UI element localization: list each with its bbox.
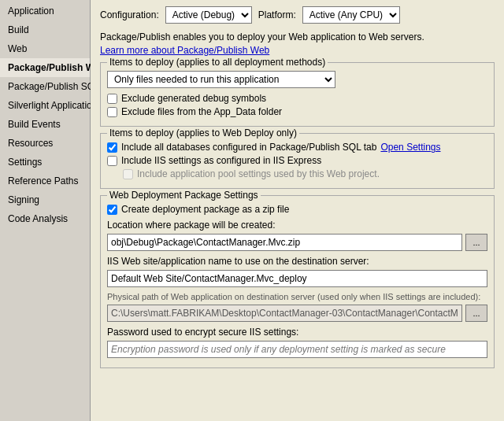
exclude-debug-row: Exclude generated debug symbols bbox=[107, 93, 487, 104]
package-publish-link[interactable]: Learn more about Package/Publish Web bbox=[100, 45, 269, 56]
top-bar: Configuration: Active (Debug)DebugReleas… bbox=[100, 6, 495, 24]
sidebar-item-web[interactable]: Web bbox=[0, 39, 90, 58]
package-settings-group: Web Deployment Package Settings Create d… bbox=[100, 195, 495, 368]
sidebar-item-resources[interactable]: Resources bbox=[0, 134, 90, 153]
include-databases-checkbox[interactable] bbox=[107, 142, 117, 153]
physical-browse-button[interactable]: ... bbox=[465, 305, 487, 322]
exclude-appdata-row: Exclude files from the App_Data folder bbox=[107, 106, 487, 117]
create-zip-label: Create deployment package as a zip file bbox=[121, 204, 289, 215]
package-settings-title: Web Deployment Package Settings bbox=[107, 190, 261, 201]
include-databases-row: Include all databases configured in Pack… bbox=[107, 142, 487, 153]
sidebar-item-silverlight-applications[interactable]: Silverlight Applications bbox=[0, 96, 90, 115]
sidebar-item-build-events[interactable]: Build Events bbox=[0, 115, 90, 134]
sidebar-item-signing[interactable]: Signing bbox=[0, 190, 90, 209]
deploy-files-select[interactable]: Only files needed to run this applicatio… bbox=[107, 71, 335, 88]
site-input-row bbox=[107, 270, 487, 287]
info-description: Package/Publish enables you to deploy yo… bbox=[100, 31, 495, 42]
physical-input[interactable] bbox=[107, 305, 462, 322]
sidebar-item-package-publish-web[interactable]: Package/Publish Web bbox=[0, 58, 90, 77]
include-apppool-checkbox[interactable] bbox=[123, 169, 133, 179]
include-iis-label: Include IIS settings as configured in II… bbox=[121, 155, 321, 166]
password-input[interactable] bbox=[107, 341, 487, 358]
include-apppool-row: Include application pool settings used b… bbox=[107, 168, 487, 179]
sidebar-item-application[interactable]: Application bbox=[0, 2, 90, 20]
include-databases-label: Include all databases configured in Pack… bbox=[121, 142, 376, 153]
sidebar: ApplicationBuildWebPackage/Publish WebPa… bbox=[0, 0, 91, 421]
sidebar-item-code-analysis[interactable]: Code Analysis bbox=[0, 209, 90, 228]
password-input-row bbox=[107, 341, 487, 358]
exclude-appdata-label: Exclude files from the App_Data folder bbox=[121, 106, 282, 117]
sidebar-item-build[interactable]: Build bbox=[0, 20, 90, 39]
open-settings-link[interactable]: Open Settings bbox=[380, 142, 440, 153]
deploy-methods-group: Items to deploy (applies to all deployme… bbox=[100, 62, 495, 127]
configuration-label: Configuration: bbox=[100, 9, 159, 20]
password-label: Password used to encrypt secure IIS sett… bbox=[107, 327, 487, 338]
physical-label: Physical path of Web application on dest… bbox=[107, 292, 487, 301]
exclude-debug-checkbox[interactable] bbox=[107, 94, 117, 104]
info-link-row: Learn more about Package/Publish Web bbox=[100, 45, 495, 56]
location-input[interactable] bbox=[107, 234, 462, 251]
physical-input-row: ... bbox=[107, 305, 487, 322]
sidebar-item-settings[interactable]: Settings bbox=[0, 153, 90, 172]
content-area: Configuration: Active (Debug)DebugReleas… bbox=[91, 0, 504, 421]
platform-select[interactable]: Active (Any CPU)Any CPUx86x64 bbox=[302, 6, 400, 24]
deploy-methods-title: Items to deploy (applies to all deployme… bbox=[107, 57, 328, 68]
site-label: IIS Web site/application name to use on … bbox=[107, 256, 487, 267]
include-iis-checkbox[interactable] bbox=[107, 156, 117, 166]
create-zip-checkbox[interactable] bbox=[107, 205, 117, 215]
location-browse-button[interactable]: ... bbox=[465, 234, 487, 251]
include-apppool-label: Include application pool settings used b… bbox=[137, 168, 380, 179]
create-zip-row: Create deployment package as a zip file bbox=[107, 204, 487, 215]
site-input[interactable] bbox=[107, 270, 487, 287]
exclude-appdata-checkbox[interactable] bbox=[107, 107, 117, 117]
location-label: Location where package will be created: bbox=[107, 220, 487, 231]
deploy-files-dropdown-row: Only files needed to run this applicatio… bbox=[107, 71, 487, 88]
web-deploy-title: Items to deploy (applies to Web Deploy o… bbox=[107, 127, 299, 138]
platform-label: Platform: bbox=[258, 9, 296, 20]
sidebar-item-reference-paths[interactable]: Reference Paths bbox=[0, 172, 90, 190]
location-input-row: ... bbox=[107, 234, 487, 251]
configuration-select[interactable]: Active (Debug)DebugRelease bbox=[165, 6, 252, 24]
web-deploy-group: Items to deploy (applies to Web Deploy o… bbox=[100, 133, 495, 189]
exclude-debug-label: Exclude generated debug symbols bbox=[121, 93, 266, 104]
include-iis-row: Include IIS settings as configured in II… bbox=[107, 155, 487, 166]
sidebar-item-package-publish-sql[interactable]: Package/Publish SQL bbox=[0, 77, 90, 96]
